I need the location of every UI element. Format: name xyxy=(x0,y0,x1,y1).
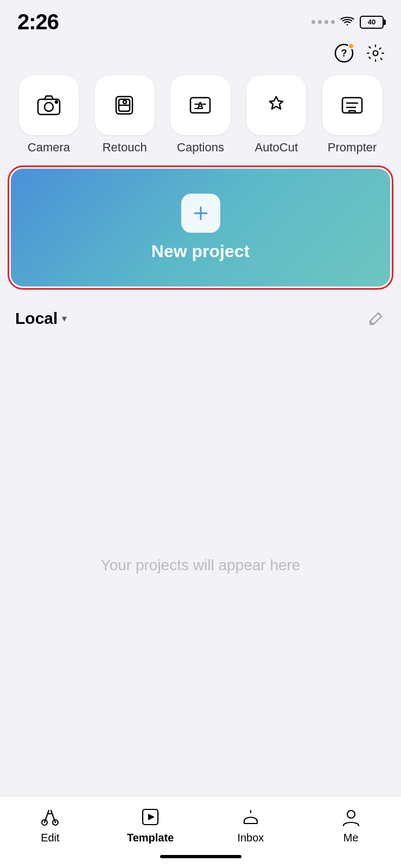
prompter-label: Prompter xyxy=(328,141,377,155)
local-title: Local xyxy=(15,309,58,328)
quick-action-prompter[interactable]: Prompter xyxy=(322,75,382,155)
captions-label: Captions xyxy=(177,141,224,155)
status-icons: 40 xyxy=(311,14,384,30)
svg-rect-19 xyxy=(349,111,355,113)
quick-action-captions[interactable]: A Captions xyxy=(170,75,230,155)
autocut-icon-box xyxy=(246,75,306,135)
quick-action-autocut[interactable]: AutoCut xyxy=(246,75,306,155)
retouch-icon-box xyxy=(95,75,155,135)
bottom-nav-edit[interactable]: Edit xyxy=(0,806,100,844)
local-title-row[interactable]: Local ▾ xyxy=(15,309,67,328)
svg-point-5 xyxy=(44,103,53,111)
camera-label: Camera xyxy=(28,141,70,155)
status-bar: 2:26 40 xyxy=(0,0,401,39)
home-indicator xyxy=(0,848,401,868)
retouch-label: Retouch xyxy=(103,141,147,155)
svg-point-10 xyxy=(123,100,126,104)
empty-state: Your projects will appear here xyxy=(0,335,401,796)
status-time: 2:26 xyxy=(17,10,59,34)
quick-action-camera[interactable]: Camera xyxy=(19,75,79,155)
bottom-nav-template[interactable]: Template xyxy=(100,806,201,844)
top-action-bar: ? xyxy=(0,39,401,70)
bottom-nav-edit-label: Edit xyxy=(41,832,59,844)
captions-icon-box: A xyxy=(170,75,230,135)
svg-marker-31 xyxy=(148,814,155,820)
svg-point-6 xyxy=(55,101,58,103)
svg-text:?: ? xyxy=(341,48,347,59)
bottom-nav: Edit Template Inbox Me xyxy=(0,796,401,848)
bottom-nav-me[interactable]: Me xyxy=(301,806,401,844)
bottom-nav-inbox[interactable]: Inbox xyxy=(201,806,301,844)
help-button[interactable]: ? xyxy=(334,43,354,63)
autocut-label: AutoCut xyxy=(255,141,298,155)
bottom-nav-template-label: Template xyxy=(127,832,174,844)
bottom-nav-me-label: Me xyxy=(343,832,359,844)
wifi-icon xyxy=(340,14,354,30)
new-project-button[interactable]: New project xyxy=(11,169,390,286)
svg-point-33 xyxy=(347,810,355,818)
svg-line-22 xyxy=(378,313,381,316)
edit-button[interactable] xyxy=(367,308,386,328)
notification-dot xyxy=(348,43,354,49)
svg-point-0 xyxy=(347,24,348,25)
bottom-nav-inbox-label: Inbox xyxy=(237,832,264,844)
new-project-label: New project xyxy=(151,241,250,261)
battery-icon: 40 xyxy=(360,16,384,29)
home-bar xyxy=(160,855,241,858)
quick-action-retouch[interactable]: Retouch xyxy=(95,75,155,155)
signal-dots-icon xyxy=(311,20,335,24)
quick-actions-row: Camera Retouch A Captions xyxy=(0,70,401,164)
svg-point-3 xyxy=(373,51,378,56)
new-project-plus-icon xyxy=(181,194,220,233)
settings-button[interactable] xyxy=(365,43,386,63)
prompter-icon-box xyxy=(322,75,382,135)
empty-state-text: Your projects will appear here xyxy=(101,557,301,574)
camera-icon-box xyxy=(19,75,79,135)
local-section-header: Local ▾ xyxy=(0,299,401,335)
local-dropdown-icon: ▾ xyxy=(62,312,67,324)
